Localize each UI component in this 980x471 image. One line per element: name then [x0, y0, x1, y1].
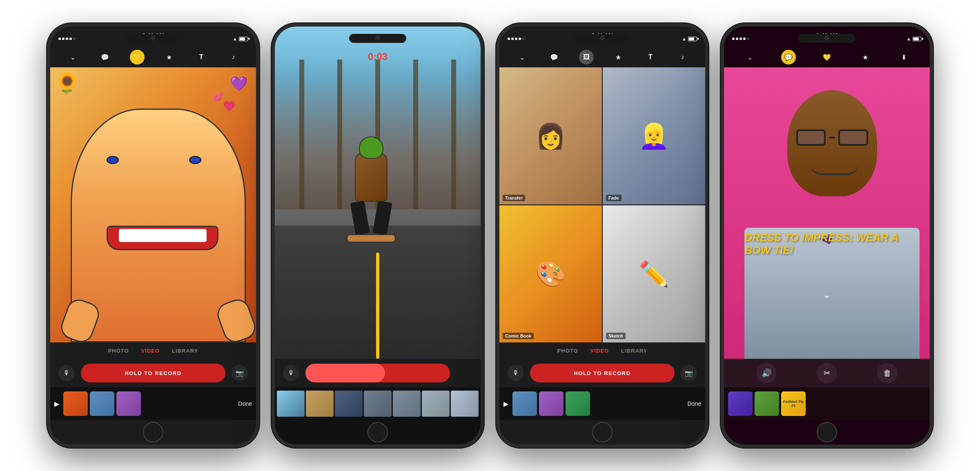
right-arm [214, 296, 256, 342]
signal-dot [732, 38, 735, 40]
text-icon[interactable]: T [194, 50, 209, 64]
phone3-thumb-3[interactable] [566, 391, 590, 416]
phone3-play-icon[interactable]: ▶ [503, 400, 508, 408]
phone2-recording-bar[interactable] [305, 364, 450, 382]
music-icon[interactable]: ♪ [226, 50, 241, 64]
battery-icon [239, 37, 248, 41]
phone-4: 9:41 AM ▲ ⌄ 💬 💛 ★ ⬇ [721, 23, 933, 448]
phone2-record-row: 🎙 [275, 359, 481, 387]
filter-cell-2-bg: 👱‍♀️ [603, 67, 705, 204]
flower-emoji: 🌻 [54, 71, 80, 95]
phone3-done-label[interactable]: Done [688, 400, 701, 407]
phone2-strip-5[interactable] [393, 391, 421, 417]
phone3-camera-button[interactable]: 📷 [681, 365, 697, 381]
chevron-down-indicator[interactable]: ⌄ [823, 289, 831, 300]
phone3-thumb-2[interactable] [539, 391, 564, 416]
star-icon[interactable]: ★ [858, 50, 873, 64]
video-tab[interactable]: VIDEO [590, 348, 609, 354]
phone2-strip-4[interactable] [364, 391, 392, 417]
column5 [451, 60, 456, 209]
phone1-mic-button[interactable]: 🎙 [58, 365, 75, 381]
star-icon[interactable]: ★ [611, 50, 626, 64]
phone1-status-right: ▲ [233, 36, 248, 41]
phone2-skate-view: 0:03 [275, 27, 481, 359]
phone2-timer: 0:03 [368, 51, 388, 62]
phone4-thumb-2[interactable] [755, 391, 779, 416]
music-icon[interactable]: ♪ [675, 50, 690, 64]
phone1-camera-button[interactable]: 📷 [232, 365, 248, 381]
phone4-home-button[interactable] [817, 422, 837, 442]
signal-dot-empty [73, 38, 76, 40]
phone4-thumb-3[interactable]: Fashion Tip #2 [781, 391, 806, 416]
phone3-mic-button[interactable]: 🎙 [508, 365, 524, 381]
phone2-strip-2[interactable] [306, 391, 334, 417]
phone2-strip-3[interactable] [335, 391, 363, 417]
phone-2: 0:03 🎙 [272, 23, 484, 448]
phone1-record-button[interactable]: HOLD TO RECORD [81, 364, 225, 382]
signal-dot [736, 38, 738, 40]
filter-cell-fade[interactable]: 👱‍♀️ Fade [603, 67, 705, 204]
skater-leg2 [373, 201, 392, 236]
scissors-button[interactable]: ✂ [817, 363, 837, 383]
video-tab[interactable]: VIDEO [141, 348, 160, 354]
phone2-mic-button[interactable]: 🎙 [283, 365, 299, 381]
filter-label-fade: Fade [606, 195, 621, 201]
library-tab[interactable]: LIBRARY [621, 348, 647, 354]
phone1-main-content: 🌻 💜 💗 💕 [50, 67, 256, 342]
comic-face-shape [71, 109, 245, 342]
phone4-thumb-1[interactable] [728, 391, 753, 416]
trash-button[interactable]: 🗑 [877, 363, 898, 383]
phone4-presentation-view: DRESS TO IMPRESS: WEAR A BOW TIE! ⌄ [724, 67, 930, 359]
photo-tab[interactable]: PHOTO [108, 348, 129, 354]
signal-dot [739, 38, 742, 40]
download-icon[interactable]: ⬇ [897, 50, 911, 64]
smile [810, 163, 859, 175]
phone4-home-bar [724, 420, 930, 444]
image-icon[interactable]: 🖼 [579, 50, 594, 64]
volume-button[interactable]: 🔊 [756, 363, 777, 383]
phone3-record-button[interactable]: HOLD TO RECORD [530, 364, 675, 382]
library-tab[interactable]: LIBRARY [172, 348, 198, 354]
phone4-signal [732, 38, 749, 40]
phone4-filmstrip: Fashion Tip #2 [724, 387, 930, 420]
phone3-home-button[interactable] [592, 422, 612, 442]
phone1-home-button[interactable] [143, 422, 163, 442]
photo-tab[interactable]: PHOTO [557, 348, 578, 354]
filter-cell-transfer[interactable]: 👩 Transfer [499, 67, 602, 204]
phone3-signal [508, 38, 525, 40]
phone2-home-button[interactable] [368, 422, 388, 442]
phone2-strip-7[interactable] [451, 391, 479, 417]
phone3-filmstrip: ▶ Done [499, 387, 705, 420]
star-icon[interactable]: ★ [162, 50, 176, 64]
heart-emoji-icon[interactable]: 💛 [130, 50, 145, 64]
phone1-done-label[interactable]: Done [238, 400, 252, 407]
phone1-play-icon[interactable]: ▶ [54, 400, 59, 408]
chevron-down-icon[interactable]: ⌄ [65, 50, 80, 64]
phone4-toolbar: ⌄ 💬 💛 ★ ⬇ [724, 47, 930, 67]
chevron-down-icon[interactable]: ⌄ [742, 50, 757, 64]
filter-cell-comic[interactable]: 🎨 Comic Book [499, 205, 602, 342]
phone1-thumb-3[interactable] [116, 391, 141, 416]
speech-bubble-icon[interactable]: 💬 [547, 50, 561, 64]
heart-emoji-icon[interactable]: 💛 [820, 50, 834, 64]
signal-dot [62, 38, 65, 40]
phone2-strip-6[interactable] [422, 391, 450, 417]
phone3-filter-grid: 👩 Transfer 👱‍♀️ Fade 🎨 [499, 67, 705, 342]
speech-bubble-icon[interactable]: 💬 [98, 50, 112, 64]
speech-bubble-icon[interactable]: 💬 [781, 50, 796, 64]
phone3-thumb-1[interactable] [512, 391, 537, 416]
pink-heart-small-emoji: 💕 [213, 92, 223, 102]
phone1-toolbar: ⌄ 💬 💛 ★ T ♪ [50, 47, 256, 67]
phone-3: 9:41 AM ▲ ⌄ 💬 🖼 ★ T ♪ [496, 23, 708, 448]
phone2-home-bar [275, 420, 481, 444]
phone2-strip-1[interactable] [277, 391, 305, 417]
phones-container: 9:41 AM ▲ ⌄ 💬 💛 ★ T ♪ [31, 7, 949, 464]
signal-dot [58, 38, 61, 40]
phone1-thumb-1[interactable] [63, 391, 88, 416]
skater-figure [347, 153, 396, 242]
chevron-down-icon[interactable]: ⌄ [514, 50, 529, 64]
filter-cell-sketch[interactable]: ✏️ Sketch [603, 205, 705, 342]
phone1-camera [151, 36, 156, 40]
text-icon[interactable]: T [643, 50, 658, 64]
phone1-thumb-2[interactable] [90, 391, 114, 416]
